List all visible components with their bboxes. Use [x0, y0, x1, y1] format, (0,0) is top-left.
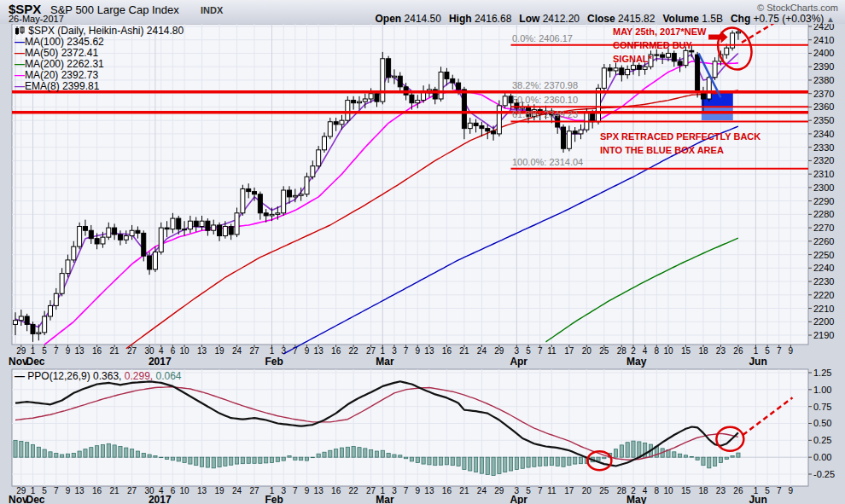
ppo-axis-label: 1.25 — [813, 368, 831, 378]
candle-body — [130, 230, 134, 235]
candle-body — [159, 228, 163, 252]
ppo-histogram-bar — [224, 457, 227, 466]
ppo-histogram-bar — [37, 447, 40, 457]
candle-body — [328, 122, 332, 136]
ppo-histogram-bar — [457, 457, 460, 466]
chart-date: 26-May-2017 — [9, 14, 64, 24]
ppo-histogram-bar — [171, 457, 174, 461]
ppo-histogram-bar — [96, 446, 99, 457]
ppo-histogram-bar — [177, 457, 180, 461]
date-axis-label: 1 — [754, 346, 759, 356]
ppo-histogram-bar — [620, 445, 623, 457]
candle-body — [223, 227, 227, 236]
candle-body — [614, 68, 618, 71]
candle-body — [212, 225, 216, 230]
date-axis-label: 7 — [293, 486, 298, 495]
date-axis-label: 10 — [180, 346, 190, 356]
date-axis-label: 26 — [733, 346, 743, 356]
ppo-histogram-bar — [626, 443, 629, 457]
stockcharts-chart-page: { "header": { "symbol": "$SPX", "name": … — [0, 0, 845, 504]
candle-body — [66, 260, 70, 274]
date-axis-label: 2 — [631, 346, 636, 356]
candle-body — [200, 221, 204, 226]
ppo-histogram-bar — [119, 446, 122, 457]
ppo-histogram-bar — [370, 449, 373, 457]
ppo-histogram-bar — [434, 457, 437, 466]
quote-label: High — [449, 13, 472, 25]
candle-body — [113, 228, 117, 235]
ma100-label: MA(100) 2345.62 — [25, 36, 104, 48]
date-axis-label: 10 — [180, 486, 190, 495]
ppo-histogram-bar — [504, 457, 507, 472]
date-axis-label: 21 — [459, 486, 469, 495]
date-axis-label: 28 — [617, 346, 627, 356]
ppo-histogram-bar — [230, 457, 233, 465]
candle-body — [713, 61, 717, 78]
date-axis-label: 13 — [424, 486, 434, 495]
ppo-histogram-bar — [474, 457, 477, 472]
quote-label: Close — [587, 13, 615, 25]
price-axis-label: 2310 — [813, 169, 834, 179]
candle-body — [334, 122, 338, 125]
ppo-histogram-bar — [323, 452, 326, 457]
month-axis-label: Feb — [265, 356, 283, 368]
ma50-label: MA(50) 2372.41 — [25, 47, 98, 59]
ppo-histogram-bar — [61, 455, 64, 457]
ppo-axis-label: 0.25 — [813, 435, 831, 445]
candle-body — [311, 166, 315, 177]
candle-body — [235, 213, 239, 235]
ma200-swatch: — — [15, 58, 25, 70]
ppo-histogram-bar — [235, 457, 238, 464]
ppo-histogram-bar — [195, 457, 198, 466]
ppo-histogram-bar — [737, 453, 740, 457]
ppo-value: 0.299, — [121, 370, 153, 382]
candle-body — [101, 237, 105, 244]
price-axis-label: 2400 — [813, 48, 834, 58]
candle-body — [497, 106, 501, 134]
date-axis-label: 27 — [249, 486, 259, 495]
date-axis-label: 9 — [415, 486, 420, 495]
quote-value: 2415.82 — [615, 13, 656, 25]
candle-body — [107, 228, 111, 237]
ppo-histogram-bar — [247, 457, 250, 463]
candle-body — [14, 321, 18, 325]
candle-body — [124, 236, 128, 240]
ppo-histogram-bar — [550, 457, 553, 466]
date-axis-label: 9 — [789, 486, 794, 495]
ppo-histogram-bar — [346, 447, 349, 457]
month-axis-label: Apr — [510, 356, 527, 368]
quote-value: 1.5B — [699, 13, 723, 25]
candle-body — [60, 274, 64, 294]
ppo-histogram-bar — [160, 457, 163, 458]
ppo-axis-label: 0.00 — [813, 452, 831, 462]
ppo-histogram-bar — [49, 452, 52, 457]
ppo-histogram-bar — [469, 457, 472, 471]
ppo-histogram-bar — [241, 457, 244, 464]
candle-body — [142, 233, 146, 256]
price-axis-label: 2380 — [813, 75, 834, 85]
ppo-swatch: — — [15, 370, 25, 382]
candle-body — [579, 130, 583, 134]
ppo-histogram-bar — [259, 457, 262, 463]
ppo-histogram-bar — [509, 457, 512, 471]
month-axis-label: Feb — [265, 494, 283, 504]
month-axis-label: 2017 — [149, 494, 172, 504]
candle-body — [136, 230, 140, 233]
candle-body — [410, 95, 414, 102]
ppo-histogram-bar — [375, 451, 378, 457]
candle-body — [282, 190, 286, 213]
date-axis-label: 5 — [765, 346, 770, 356]
date-axis-label: 18 — [698, 346, 708, 356]
ppo-histogram-bar — [20, 442, 23, 458]
ppo-axis-label: 1.00 — [813, 385, 831, 395]
candle-body — [573, 131, 577, 134]
date-axis-label: 25 — [599, 486, 609, 495]
ppo-histogram-bar — [294, 457, 297, 460]
date-axis-label: 10 — [663, 346, 673, 356]
date-axis-label: 16 — [92, 486, 102, 495]
price-axis-label: 2350 — [813, 115, 834, 125]
ppo-histogram-bar — [288, 456, 291, 458]
month-axis-label: Apr — [510, 494, 527, 504]
date-axis-label: 16 — [92, 346, 102, 356]
index-name: S&P 500 Large Cap Index — [50, 3, 179, 16]
